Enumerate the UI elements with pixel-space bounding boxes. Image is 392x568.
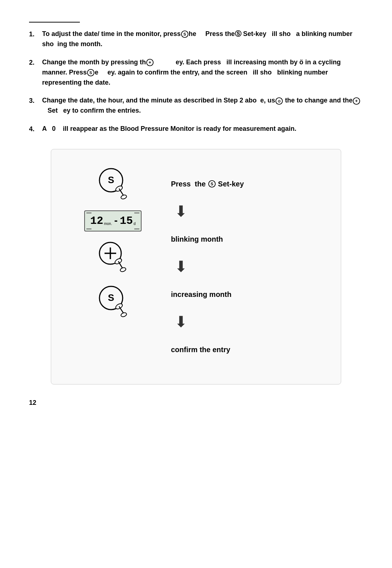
instruction-3: 3. Change the date, the hour, and the mi… [29,96,363,116]
arrow-1: ⬇ [171,204,319,219]
step-text-2: Change the month by pressing th+ ey. Eac… [42,57,363,88]
step-number-3: 3. [29,96,42,116]
step-text-1: To adjust the date/ time in the monitor,… [42,29,363,49]
svg-point-25 [121,312,127,318]
key-display-label: Press theⓈ Set-key [205,30,266,37]
instruction-2: 2. Change the month by pressing th+ ey. … [29,57,363,88]
page-number: 12 [29,399,363,407]
svg-text:+: + [148,60,151,65]
svg-text:+: + [355,98,358,103]
set-key-group-top: S [93,164,133,204]
plus-key-group [93,238,133,278]
plus-key-icon [93,238,133,278]
confirm-entry-label: confirm the entry [171,346,319,354]
set-key-icon-top: S [93,164,133,204]
svg-text:S: S [211,182,213,186]
diagram-left: S 12 mon. - 15 d [73,164,153,322]
arrow-2: ⬇ [171,259,319,274]
svg-text:S: S [108,174,114,185]
instruction-4: 4. A 0 ill reappear as the Blood Pressur… [29,124,363,134]
step-text-4: A 0 ill reappear as the Blood Pressure M… [42,124,363,134]
set-key-inline-icon: S [208,180,216,188]
lcd-month: 12 [90,215,103,227]
lcd-display-group: 12 mon. - 15 d [84,210,141,231]
svg-point-14 [121,194,127,200]
diagram-right: Press the S Press theⓈ Set-key Set-key ⬇… [153,164,319,370]
increasing-month-section: increasing month [171,274,319,314]
set-key-icon-bottom: S [93,282,133,322]
increase-label: increasing month [234,59,288,66]
svg-text:⊙: ⊙ [278,99,281,103]
svg-text:S: S [183,32,186,36]
step-number-1: 1. [29,29,42,49]
confirm-entry-section: confirm the entry [171,330,319,370]
blinking-month-section: blinking month [171,219,319,259]
blinking-month-label: blinking month [171,235,319,243]
diagram-box: S 12 mon. - 15 d [51,149,341,384]
press-set-key-section: Press the S Press theⓈ Set-key Set-key [171,164,319,204]
step-number-2: 2. [29,57,42,88]
top-rule [29,22,80,23]
arrow-3: ⬇ [171,314,319,330]
lcd-day: 15 [120,215,133,227]
set-key-group-bottom: S [93,282,133,322]
increasing-month-label: increasing month [171,290,319,299]
lcd-day-sub: d [134,222,136,226]
svg-point-20 [120,267,126,273]
press-label: Press the S Press theⓈ Set-key Set-key [171,180,319,188]
step-text-3: Change the date, the hour, and the minut… [42,96,363,116]
lcd-separator: - [114,215,118,226]
svg-text:S: S [89,71,92,75]
lcd-mon-sub: mon. [104,222,112,226]
svg-text:S: S [108,292,114,303]
step-number-4: 4. [29,124,42,134]
instruction-1: 1. To adjust the date/ time in the monit… [29,29,363,49]
instructions-list: 1. To adjust the date/ time in the monit… [29,29,363,134]
